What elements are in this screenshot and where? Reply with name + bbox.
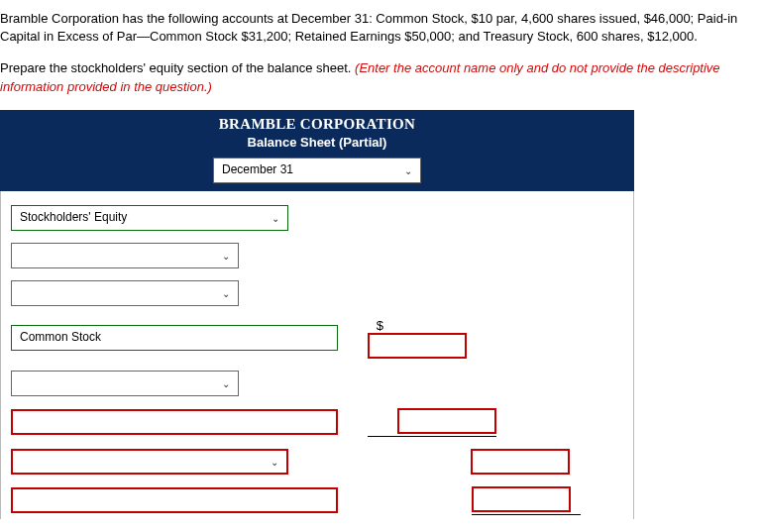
sheet-header: BRAMBLE CORPORATION Balance Sheet (Parti… [0,110,634,154]
se-row-4: Common Stock $ [11,318,623,359]
company-name: BRAMBLE CORPORATION [0,116,634,133]
chevron-down-icon: ⌄ [271,456,278,467]
chevron-down-icon: ⌄ [222,287,230,298]
problem-statement: Bramble Corporation has the following ac… [0,10,750,46]
se-row-6 [11,408,623,437]
account-input-4[interactable]: Common Stock [11,325,338,351]
se-row-1: Stockholders' Equity ⌄ [11,205,623,231]
chevron-down-icon: ⌄ [222,377,230,388]
account-select-3[interactable]: ⌄ [11,280,239,306]
account-select-7[interactable]: ⌄ [11,449,288,475]
instruction-line: Prepare the stockholders' equity section… [0,59,750,95]
dollar-sign: $ [368,318,383,333]
instruction-plain: Prepare the stockholders' equity section… [0,60,355,75]
account-input-6[interactable] [11,409,338,435]
amount-input-6[interactable] [397,408,496,434]
se-row-2: ⌄ [11,243,623,268]
account-input-8[interactable] [11,487,338,513]
chevron-down-icon: ⌄ [222,250,230,261]
amount-input-8[interactable] [472,486,571,512]
date-row: December 31 ⌄ [0,154,634,191]
sheet-body: Stockholders' Equity ⌄ ⌄ ⌄ [0,191,634,519]
se-row-5: ⌄ [11,371,623,396]
account-select-1-value: Stockholders' Equity [20,210,127,224]
date-select[interactable]: December 31 ⌄ [213,158,421,183]
report-subtitle: Balance Sheet (Partial) [0,135,634,150]
se-row-3: ⌄ [11,280,623,306]
account-select-1[interactable]: Stockholders' Equity ⌄ [11,205,288,231]
date-value: December 31 [222,162,293,176]
chevron-down-icon: ⌄ [271,212,279,223]
balance-sheet-container: BRAMBLE CORPORATION Balance Sheet (Parti… [0,110,634,519]
account-select-5[interactable]: ⌄ [11,371,239,396]
se-row-8 [11,486,623,515]
account-select-2[interactable]: ⌄ [11,243,239,268]
amount-input-4[interactable] [368,333,467,359]
se-row-7: ⌄ [11,449,623,475]
account-input-4-value: Common Stock [20,330,101,344]
amount-input-7[interactable] [471,449,570,475]
chevron-down-icon: ⌄ [404,164,412,175]
